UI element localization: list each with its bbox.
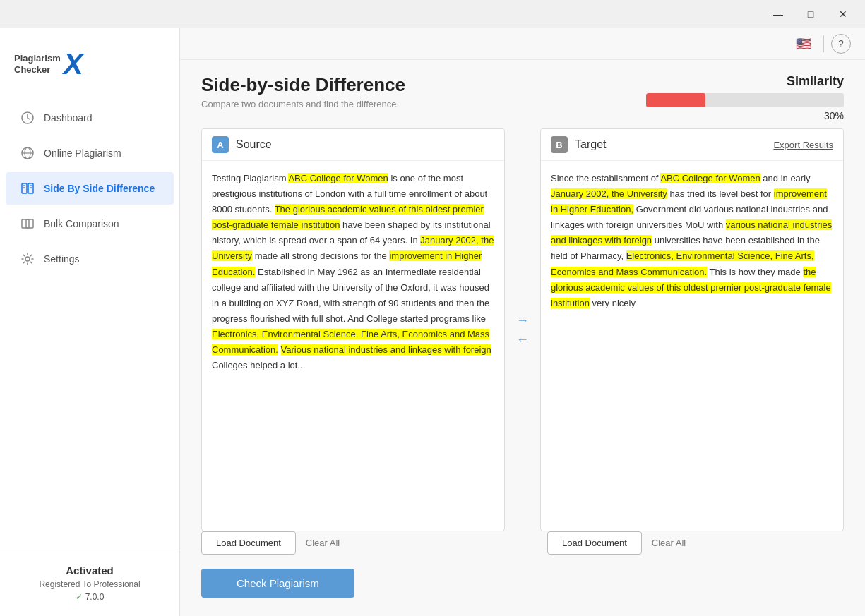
target-label-badge: B (551, 136, 568, 153)
target-text-part-0: Since the establishment of (551, 173, 660, 183)
logo-x: X (64, 49, 83, 79)
main-content: 🇺🇸 ? Side-by-side Difference Compare two… (180, 28, 865, 616)
target-load-document-button[interactable]: Load Document (547, 531, 642, 555)
logo-icon-wrap: Plagiarism Checker X (14, 49, 83, 79)
similarity-label: Similarity (646, 74, 844, 89)
source-load-document-button[interactable]: Load Document (201, 531, 296, 555)
target-text-part-12: very nicely (590, 298, 636, 308)
header-left: Side-by-side Difference Compare two docu… (201, 74, 405, 109)
settings-icon (20, 251, 35, 267)
source-text-part-12: Colleges helped a lot... (212, 360, 305, 370)
side-by-side-icon (20, 181, 35, 196)
source-panel: A Source Testing Plagiarism ABC College … (201, 128, 505, 531)
bulk-comparison-label: Bulk Comparison (44, 218, 119, 229)
sidebar-item-bulk-comparison[interactable]: Bulk Comparison (6, 207, 174, 240)
check-icon: ✓ (76, 592, 83, 602)
page-header: Side-by-side Difference Compare two docu… (180, 60, 865, 128)
side-by-side-label: Side By Side Difference (44, 183, 155, 194)
doc-actions-row: Load Document Clear All Load Document Cl… (201, 531, 844, 555)
online-plagiarism-label: Online Plagiarism (44, 147, 121, 159)
close-button[interactable]: ✕ (827, 3, 859, 25)
activated-text: Activated (14, 564, 165, 576)
version-text: ✓ 7.0.0 (14, 592, 165, 602)
sidebar-bottom: Activated Registered To Professional ✓ 7… (0, 550, 179, 616)
svg-rect-10 (22, 219, 29, 228)
page-subtitle: Compare two documents and find the diffe… (201, 99, 405, 109)
arrows-col: → ← (512, 128, 533, 531)
export-results-button[interactable]: Export Results (773, 140, 833, 150)
logo-line2: Checker (14, 64, 61, 76)
target-text: Since the establishment of ABC College f… (541, 161, 843, 531)
source-text-part-6: made all strong decisions for the (252, 250, 389, 261)
title-bar: — □ ✕ (0, 0, 865, 28)
similarity-box: Similarity 30% (646, 74, 844, 121)
logo: Plagiarism Checker X (0, 35, 179, 100)
similarity-progress-bar (646, 93, 844, 107)
target-actions: Load Document Clear All (547, 531, 844, 555)
doc-area: A Source Testing Plagiarism ABC College … (180, 128, 865, 569)
source-text-part-1: ABC College for Women (288, 173, 388, 183)
doc-panels: A Source Testing Plagiarism ABC College … (201, 128, 844, 531)
sidebar-item-dashboard[interactable]: Dashboard (6, 102, 174, 134)
source-text: Testing Plagiarism ABC College for Women… (202, 161, 504, 531)
similarity-percentage: 30% (646, 110, 844, 121)
arrow-right-button[interactable]: → (516, 313, 529, 328)
page-title: Side-by-side Difference (201, 74, 405, 96)
source-actions: Load Document Clear All (201, 531, 498, 555)
sidebar-item-online-plagiarism[interactable]: Online Plagiarism (6, 137, 174, 169)
version-number: 7.0.0 (85, 592, 105, 602)
dashboard-label: Dashboard (44, 112, 93, 123)
bulk-comparison-icon (20, 216, 35, 231)
help-button[interactable]: ? (831, 34, 851, 54)
target-clear-all-link[interactable]: Clear All (652, 538, 686, 548)
target-panel: B Target Export Results Since the establ… (540, 128, 844, 531)
language-flag-button[interactable]: 🇺🇸 (791, 34, 816, 54)
bottom-section: Check Plagiarism (180, 569, 865, 616)
source-text-part-11: Various national industries and linkages… (281, 344, 491, 355)
maximize-button[interactable]: □ (794, 3, 827, 25)
arrow-left-button[interactable]: ← (516, 332, 529, 347)
svg-point-12 (25, 257, 30, 261)
sidebar-item-settings[interactable]: Settings (6, 243, 174, 275)
registered-text: Registered To Professional (14, 579, 165, 589)
dashboard-icon (20, 110, 35, 126)
app-body: Plagiarism Checker X Dashboard (0, 28, 865, 616)
topbar-divider (823, 35, 824, 52)
source-text-part-0: Testing Plagiarism (212, 173, 288, 183)
svg-rect-5 (28, 183, 33, 193)
sidebar-item-side-by-side[interactable]: Side By Side Difference (6, 172, 174, 205)
top-bar: 🇺🇸 ? (180, 28, 865, 60)
target-panel-header: B Target Export Results (541, 129, 843, 161)
svg-rect-11 (26, 219, 33, 228)
target-text-part-1: ABC College for Women (660, 173, 760, 183)
similarity-progress-fill (646, 93, 705, 107)
logo-text: Plagiarism Checker (14, 53, 61, 75)
target-text-part-10: This is how they made (707, 267, 803, 277)
sidebar: Plagiarism Checker X Dashboard (0, 28, 180, 616)
target-title: Target (575, 138, 606, 151)
settings-label: Settings (44, 253, 80, 265)
target-text-part-4: has tried its level best for (667, 188, 774, 199)
online-plagiarism-icon (20, 145, 35, 161)
check-plagiarism-button[interactable]: Check Plagiarism (201, 569, 354, 598)
source-label-badge: A (212, 136, 229, 153)
target-text-part-3: January 2002, the University (551, 188, 667, 199)
source-panel-header: A Source (202, 129, 504, 161)
svg-rect-4 (22, 183, 27, 193)
source-title: Source (236, 138, 272, 151)
logo-line1: Plagiarism (14, 53, 61, 64)
minimize-button[interactable]: — (762, 3, 794, 25)
source-clear-all-link[interactable]: Clear All (306, 538, 340, 548)
target-text-part-2: and in early (760, 173, 811, 183)
